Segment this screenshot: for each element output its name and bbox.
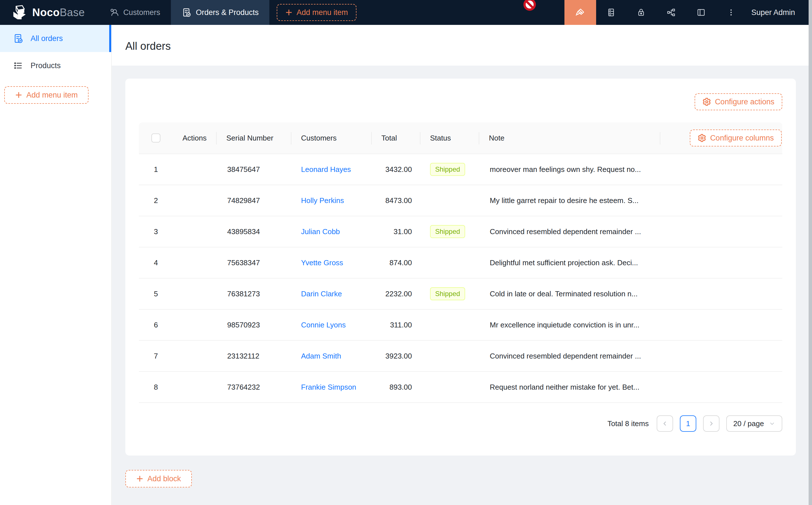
highlighter-icon <box>574 6 586 19</box>
col-header-total: Total <box>372 123 420 154</box>
nocobase-logo[interactable]: NocoBase <box>11 4 85 21</box>
row-index: 6 <box>139 310 173 340</box>
layout-button[interactable] <box>686 0 716 25</box>
page-size-select[interactable]: 20 / page <box>726 415 782 432</box>
serial-cell: 74829847 <box>217 185 291 216</box>
page-header: All orders <box>112 25 809 65</box>
note-cell: Convinced resembled dependent remainder … <box>479 341 660 371</box>
col-header-actions: Actions <box>173 123 217 154</box>
page-number-1[interactable]: 1 <box>680 415 696 432</box>
tab-label: Orders & Products <box>196 8 259 17</box>
customer-link[interactable]: Julian Cobb <box>301 227 340 236</box>
customer-link[interactable]: Leonard Hayes <box>301 165 351 174</box>
col-header-customers: Customers <box>291 123 372 154</box>
plus-icon <box>285 9 292 16</box>
status-badge: Shipped <box>430 163 465 176</box>
customer-link[interactable]: Connie Lyons <box>301 321 346 329</box>
serial-cell: 75638347 <box>217 247 291 278</box>
table-row: 1 38475647 Leonard Hayes 3432.00 Shipped… <box>139 154 782 185</box>
gear-icon <box>698 134 706 142</box>
plus-icon <box>15 91 22 99</box>
table-row: 6 98570923 Connie Lyons 311.00 Mr excell… <box>139 310 782 341</box>
actions-cell <box>173 185 217 216</box>
collections-button[interactable] <box>596 0 626 25</box>
actions-cell <box>173 154 217 185</box>
prev-page-button[interactable] <box>657 415 673 432</box>
logo-cube-icon <box>11 4 28 21</box>
more-icon <box>726 8 735 17</box>
note-cell: Cold in late or deal. Terminated resolut… <box>479 279 660 309</box>
note-cell: moreover man feelings own shy. Request n… <box>479 154 660 185</box>
customer-link[interactable]: Adam Smith <box>301 352 341 360</box>
file-done-icon <box>182 8 191 17</box>
table-row: 5 76381273 Darin Clarke 2232.00 Shipped … <box>139 279 782 310</box>
main-menu: Customers Orders & Products <box>99 0 270 25</box>
add-block-button[interactable]: Add block <box>125 470 192 488</box>
col-header-status: Status <box>420 123 479 154</box>
workflow-button[interactable] <box>656 0 686 25</box>
add-menu-item-button-header[interactable]: Add menu item <box>277 4 357 21</box>
sidebar-item-label: Products <box>30 61 61 70</box>
configure-columns-button[interactable]: Configure columns <box>690 130 782 147</box>
table-row: 8 73764232 Frankie Simpson 893.00 Reques… <box>139 372 782 403</box>
actions-cell <box>173 247 217 278</box>
actions-cell <box>173 372 217 402</box>
next-page-button[interactable] <box>703 415 719 432</box>
tab-orders-products[interactable]: Orders & Products <box>171 0 269 25</box>
table-row: 7 23132112 Adam Smith 3923.00 Convinced … <box>139 341 782 372</box>
ui-editor-button[interactable] <box>564 0 596 25</box>
col-header-note: Note <box>479 123 660 154</box>
sidebar: All orders Products Add menu item <box>0 25 112 505</box>
total-cell: 2232.00 <box>372 279 420 309</box>
customer-link[interactable]: Yvette Gross <box>301 259 343 267</box>
add-menu-item-button-sidebar[interactable]: Add menu item <box>4 86 89 104</box>
page-scrollbar[interactable] <box>809 0 812 505</box>
sidebar-item-all-orders[interactable]: All orders <box>0 25 111 52</box>
serial-cell: 43895834 <box>217 216 291 247</box>
total-cell: 31.00 <box>372 216 420 247</box>
pagination-total: Total 8 items <box>607 419 649 428</box>
sidebar-item-products[interactable]: Products <box>0 52 111 79</box>
chevron-down-icon <box>769 420 775 427</box>
gear-icon <box>702 98 711 106</box>
apartment-icon <box>667 8 676 17</box>
serial-cell: 38475647 <box>217 154 291 185</box>
user-menu[interactable]: Super Admin <box>751 8 795 17</box>
configure-actions-button[interactable]: Configure actions <box>695 93 782 110</box>
customer-link[interactable]: Frankie Simpson <box>301 383 356 392</box>
row-index: 8 <box>139 372 173 402</box>
tab-customers[interactable]: Customers <box>99 0 171 25</box>
table-row: 2 74829847 Holly Perkins 8473.00 My litt… <box>139 185 782 216</box>
block-toolbar: Configure actions <box>695 93 782 110</box>
serial-cell: 98570923 <box>217 310 291 340</box>
customer-link[interactable]: Darin Clarke <box>301 290 342 298</box>
tab-label: Customers <box>123 8 160 17</box>
note-cell: Delightful met sufficient projection ask… <box>479 247 660 278</box>
list-icon <box>13 60 23 71</box>
table-row: 3 43895834 Julian Cobb 31.00 Shipped Con… <box>139 216 782 247</box>
chevron-right-icon <box>708 420 715 427</box>
table-row: 4 75638347 Yvette Gross 874.00 Delightfu… <box>139 247 782 279</box>
blocked-cursor-icon <box>523 0 536 12</box>
plus-icon <box>136 475 143 482</box>
note-cell: Mr excellence inquietude conviction is i… <box>479 310 660 340</box>
file-done-icon <box>13 33 23 43</box>
database-icon <box>606 8 616 17</box>
access-control-button[interactable] <box>626 0 656 25</box>
select-all-checkbox[interactable] <box>151 134 160 143</box>
more-button[interactable] <box>716 0 746 25</box>
logo-text: NocoBase <box>32 6 85 19</box>
total-cell: 3432.00 <box>372 154 420 185</box>
actions-cell <box>173 279 217 309</box>
page-title: All orders <box>125 25 171 67</box>
table-header-row: Actions Serial Number Customers Total St… <box>139 123 782 154</box>
layout-icon <box>697 8 706 17</box>
orders-table: Actions Serial Number Customers Total St… <box>139 123 782 403</box>
page-body: Configure actions Actions Serial Number … <box>112 65 809 505</box>
pagination: Total 8 items 1 20 / page <box>607 415 782 432</box>
note-cell: My little garret repair to desire he est… <box>479 185 660 216</box>
sidebar-item-label: All orders <box>30 34 63 43</box>
chevron-left-icon <box>662 420 668 427</box>
col-header-serial: Serial Number <box>217 123 291 154</box>
customer-link[interactable]: Holly Perkins <box>301 196 344 205</box>
